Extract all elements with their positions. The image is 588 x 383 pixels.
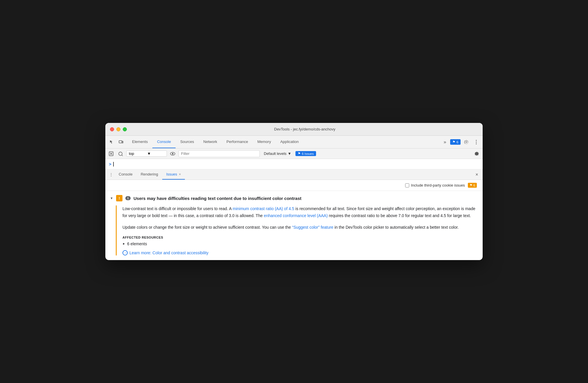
issues-panel: Include third-party cookie issues ⚑ 6 ▼ … <box>105 180 483 260</box>
device-toggle-icon[interactable] <box>117 138 125 146</box>
issues-flag-icon: ⚑ <box>298 152 301 155</box>
svg-point-2 <box>476 140 477 141</box>
tab-issues-close[interactable]: × <box>179 172 181 176</box>
chevron-right-icon: ► <box>122 242 125 245</box>
issue-description-1: Low-contrast text is difficult or imposs… <box>122 205 478 219</box>
min-contrast-link[interactable]: minimum contrast ratio (AA) of 4.5 <box>232 206 294 211</box>
issue-warning-icon: ! <box>116 195 122 201</box>
issue-count-badge: 6 <box>125 196 131 200</box>
issue-header[interactable]: ▼ ! 6 Users may have difficulties readin… <box>110 191 478 205</box>
console-prompt-icon: > <box>109 162 111 167</box>
affected-resources-title: AFFECTED RESOURCES <box>122 236 478 239</box>
affected-elements-toggle[interactable]: ► 6 elements <box>122 241 478 246</box>
tab-application[interactable]: Application <box>276 136 304 148</box>
title-bar: DevTools - jec.fyi/demo/cds-anchovy <box>105 123 483 136</box>
tab-rendering-panel[interactable]: Rendering <box>137 169 162 180</box>
issues-options-bar: Include third-party cookie issues ⚑ 6 <box>105 180 483 191</box>
suggest-color-link[interactable]: “Suggest color” feature <box>292 225 333 230</box>
svg-point-11 <box>172 153 174 154</box>
console-clear-icon[interactable] <box>108 150 115 157</box>
learn-more-link[interactable]: → Learn more: Color and contrast accessi… <box>122 250 478 255</box>
enhanced-conformance-link[interactable]: enhanced conformance level (AAA) <box>264 213 328 218</box>
issue-description-2: Update colors or change the font size or… <box>122 224 478 231</box>
third-party-checkbox[interactable] <box>405 183 409 187</box>
close-button[interactable] <box>110 127 114 131</box>
third-party-checkbox-label[interactable]: Include third-party cookie issues <box>405 183 465 187</box>
console-cursor <box>113 162 114 167</box>
maximize-button[interactable] <box>123 127 127 131</box>
tab-performance[interactable]: Performance <box>222 136 252 148</box>
bottom-more-button[interactable]: ⋮ <box>108 171 115 178</box>
minimize-button[interactable] <box>116 127 120 131</box>
affected-resources: AFFECTED RESOURCES ► 6 elements <box>122 236 478 246</box>
issues-badge[interactable]: ⚑ 6 <box>450 139 461 145</box>
svg-point-8 <box>119 152 122 155</box>
svg-rect-0 <box>119 141 122 143</box>
main-toolbar: Elements Console Sources Network Perform… <box>105 136 483 148</box>
issue-item: ▼ ! 6 Users may have difficulties readin… <box>105 191 483 260</box>
eye-icon[interactable] <box>169 150 176 157</box>
console-settings-icon[interactable] <box>473 150 480 157</box>
inspect-icon[interactable] <box>108 138 116 146</box>
bottom-tab-bar-right: × <box>473 171 480 178</box>
toolbar-right: » ⚑ 6 <box>441 138 480 146</box>
filter-input[interactable] <box>178 150 260 157</box>
issue-expand-icon[interactable]: ▼ <box>110 196 113 200</box>
tab-console[interactable]: Console <box>152 136 176 148</box>
issues-count-badge: ⚑ 6 <box>468 183 477 188</box>
learn-more-circle-icon: → <box>122 250 128 255</box>
tab-sources[interactable]: Sources <box>176 136 199 148</box>
toolbar-left-icons <box>108 138 125 146</box>
window-title: DevTools - jec.fyi/demo/cds-anchovy <box>131 127 478 131</box>
more-options-button[interactable] <box>472 138 480 146</box>
devtools-window: DevTools - jec.fyi/demo/cds-anchovy Elem… <box>105 123 483 260</box>
settings-icon[interactable] <box>462 138 470 146</box>
console-filter-icon[interactable] <box>117 150 124 157</box>
tab-network[interactable]: Network <box>199 136 222 148</box>
tab-issues-panel[interactable]: Issues × <box>162 169 185 180</box>
tab-console-panel[interactable]: Console <box>115 169 137 180</box>
console-issues-badge[interactable]: ⚑ 6 Issues <box>295 151 316 156</box>
main-tab-bar: Elements Console Sources Network Perform… <box>127 136 441 148</box>
chevron-down-icon: ▼ <box>147 151 164 156</box>
console-toolbar: top ▼ Default levels ▼ ⚑ 6 Issues <box>105 148 483 159</box>
traffic-lights <box>110 127 127 131</box>
frame-selector[interactable]: top ▼ <box>126 151 167 157</box>
svg-rect-1 <box>122 141 123 143</box>
more-tabs-button[interactable]: » <box>441 139 448 146</box>
console-input-area[interactable]: > <box>105 159 483 169</box>
svg-point-4 <box>476 143 477 144</box>
close-panel-button[interactable]: × <box>473 171 480 178</box>
issue-title: Users may have difficulties reading text… <box>134 196 301 201</box>
tab-memory[interactable]: Memory <box>253 136 276 148</box>
chevron-down-icon: ▼ <box>288 151 291 156</box>
warning-flag-icon: ⚑ <box>470 183 472 187</box>
default-levels-button[interactable]: Default levels ▼ <box>262 151 293 156</box>
svg-line-9 <box>122 155 123 156</box>
svg-point-3 <box>476 142 477 142</box>
issues-icon: ⚑ <box>452 140 455 144</box>
issue-body: Low-contrast text is difficult or imposs… <box>116 205 478 255</box>
bottom-tab-bar: ⋮ Console Rendering Issues × × <box>105 169 483 180</box>
tab-elements[interactable]: Elements <box>127 136 152 148</box>
